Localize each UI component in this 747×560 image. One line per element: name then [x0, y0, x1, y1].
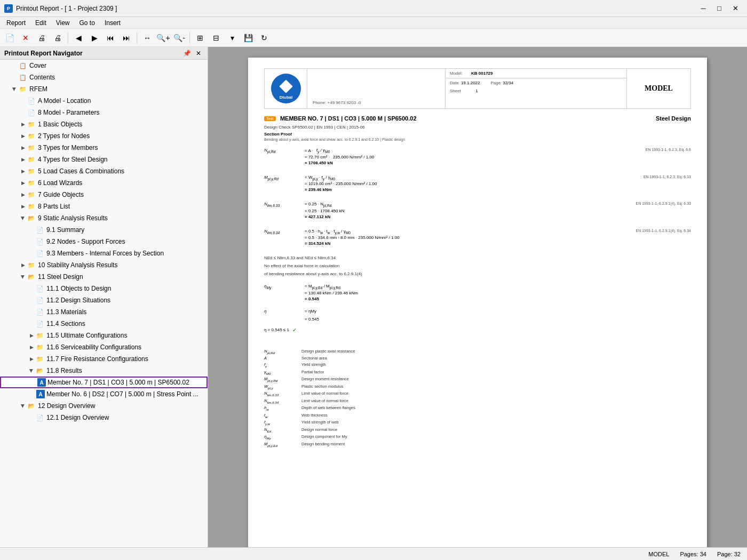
navigator-panel: Printout Report Navigator 📌 ✕ 📋 Cover 📋 … [0, 47, 208, 547]
toolbar-zoom-in[interactable]: 🔍+ [156, 31, 171, 45]
toolbar-first[interactable]: ⏮ [103, 31, 118, 45]
maximize-button[interactable]: □ [712, 3, 727, 14]
toolbar-refresh[interactable]: ↻ [257, 31, 272, 45]
navigator-header-controls: 📌 ✕ [182, 49, 203, 58]
tree-item-12-design[interactable]: ▶ 📂 12 Design Overview [0, 400, 208, 412]
toolbar-save[interactable]: 💾 [241, 31, 256, 45]
arrow [28, 238, 35, 245]
toolbar-print2[interactable]: 🖨 [50, 31, 65, 45]
tree-label-contents: Contents [29, 74, 55, 81]
navigator-close[interactable]: ✕ [194, 49, 203, 58]
tree-item-11-steel[interactable]: ▶ 📂 11 Steel Design [0, 271, 208, 283]
legend-sym: Npl,Rd [264, 349, 296, 355]
arrow: ▶ [19, 121, 27, 128]
tree-item-4-steel[interactable]: ▶ 📁 4 Types for Steel Design [0, 154, 208, 165]
tree-item-9-static[interactable]: ▶ 📂 9 Static Analysis Results [0, 212, 208, 224]
tree-item-member-6[interactable]: A Member No. 6 | DS2 | CO7 | 5.000 m | S… [0, 388, 208, 400]
tree-item-11-7[interactable]: ▶ 📁 11.7 Fire Resistance Configurations [0, 353, 208, 365]
toolbar-fit[interactable]: ⊞ [193, 31, 208, 45]
toolbar-export[interactable]: ⊟ [209, 31, 224, 45]
page-icon: 📄 [35, 249, 45, 258]
tree-item-contents[interactable]: 📋 Contents [0, 71, 208, 83]
navigator-tree[interactable]: 📋 Cover 📋 Contents ▶ 📁 RFEM [0, 60, 208, 547]
tree-label-10-stability: 10 Stability Analysis Results [38, 261, 117, 269]
menu-insert[interactable]: Insert [100, 18, 125, 28]
eta-val-2: = 0.545 [305, 317, 319, 322]
formula-row-3: = 0.545 [264, 297, 691, 301]
toolbar-move[interactable]: ↔ [140, 31, 155, 45]
folder-icon: 📁 [27, 132, 36, 140]
tree-item-member-7[interactable]: A Member No. 7 | DS1 | CO3 | 5.000 m | S… [0, 377, 208, 388]
tree-item-11-1[interactable]: 📄 11.1 Objects to Design [0, 283, 208, 294]
check-line-3: of bending resistance about y-axis acc. … [264, 271, 691, 276]
final-check-row: η = 0.545 ≤ 1 ✓ [264, 327, 691, 333]
menu-goto[interactable]: Go to [75, 18, 99, 28]
content-area[interactable]: Dlubal Phone: +49 9673 9203 -0 Model: KB… [208, 47, 747, 547]
menu-view[interactable]: View [52, 18, 74, 28]
formula-label: Mpl,y,Rd [264, 175, 301, 181]
tree-item-model-loc[interactable]: 📄 A Model - Location [0, 95, 208, 107]
close-button[interactable]: ✕ [728, 3, 743, 14]
toolbar-zoom-out[interactable]: 🔍- [172, 31, 187, 45]
legend-desc: Design normal force [301, 427, 337, 432]
legend-desc: Sectional area [301, 356, 327, 361]
tree-item-model-param[interactable]: 📄 8 Model - Parameters [0, 107, 208, 118]
navigator-pin[interactable]: 📌 [182, 49, 192, 58]
legend-row-10: fy,w Yield strength of web [264, 420, 691, 426]
tree-item-2-nodes[interactable]: ▶ 📁 2 Types for Nodes [0, 130, 208, 142]
tree-item-11-4[interactable]: 📄 11.4 Sections [0, 318, 208, 330]
legend-sym: tw [264, 413, 296, 419]
folder-icon: 📁 [27, 155, 36, 164]
tree-item-cover[interactable]: 📋 Cover [0, 60, 208, 71]
toolbar-prev[interactable]: ◀ [71, 31, 86, 45]
toolbar-new[interactable]: 📄 [2, 31, 17, 45]
tree-item-9-2[interactable]: 📄 9.2 Nodes - Support Forces [0, 236, 208, 247]
minimize-button[interactable]: ─ [696, 3, 711, 14]
folder-icon: 📂 [27, 273, 36, 281]
tree-label-11-3: 11.3 Materials [46, 308, 86, 316]
menu-report[interactable]: Report [2, 18, 30, 28]
title-bar: P Printout Report - [ 1 - Project 2309 ]… [0, 0, 747, 17]
legend-row-2: fy Yield strength [264, 362, 691, 368]
tree-item-11-2[interactable]: 📄 11.2 Design Situations [0, 294, 208, 306]
tree-item-9-3[interactable]: 📄 9.3 Members - Internal Forces by Secti… [0, 247, 208, 259]
toolbar-last[interactable]: ⏭ [119, 31, 134, 45]
tree-item-11-6[interactable]: ▶ 📁 11.6 Serviceability Configurations [0, 341, 208, 353]
test-badge: Test [264, 116, 276, 121]
menu-edit[interactable]: Edit [31, 18, 51, 28]
formula-val: = 130.48 kNm / 239.46 kNm [305, 291, 358, 295]
separator-3 [189, 33, 190, 43]
tree-item-5-load[interactable]: ▶ 📁 5 Load Cases & Combinations [0, 165, 208, 177]
legend-desc: Limit value of normal force [301, 398, 348, 403]
tree-label-9-1: 9.1 Summary [46, 226, 84, 234]
tree-item-3-members[interactable]: ▶ 📁 3 Types for Members [0, 142, 208, 154]
toolbar-dropdown[interactable]: ▾ [225, 31, 240, 45]
navigator-header: Printout Report Navigator 📌 ✕ [0, 47, 208, 60]
arrow [28, 297, 35, 304]
tree-item-11-3[interactable]: 📄 11.3 Materials [0, 306, 208, 318]
tree-item-11-5[interactable]: ▶ 📁 11.5 Ultimate Configurations [0, 330, 208, 341]
tree-item-7-guide[interactable]: ▶ 📁 7 Guide Objects [0, 189, 208, 201]
legend-desc: Depth of web between flanges [301, 405, 355, 410]
tree-item-9-1[interactable]: 📄 9.1 Summary [0, 224, 208, 236]
rfem-arrow: ▶ [11, 85, 18, 93]
formula-row-1: ηMy = Mpl,y,Ed / Mpl,y,Rd [264, 284, 691, 290]
toolbar-delete[interactable]: ✕ [18, 31, 33, 45]
tree-item-1-basic[interactable]: ▶ 📁 1 Basic Objects [0, 118, 208, 130]
arrow [19, 109, 27, 116]
tree-item-11-8[interactable]: ▶ 📂 11.8 Results [0, 365, 208, 377]
tree-item-12-1[interactable]: 📄 12.1 Design Overview [0, 412, 208, 423]
phone-text: Phone: +49 9673 9203 -0 [313, 100, 361, 105]
ref-mpl-y-rd: EN 1993-1-1, 6.2.3, Eq. 6.13 [643, 175, 691, 179]
toolbar-next[interactable]: ▶ [87, 31, 102, 45]
tree-label-model-param: 8 Model - Parameters [38, 109, 99, 116]
navigator-title: Printout Report Navigator [4, 50, 83, 57]
tree-label-11-1: 11.1 Objects to Design [46, 285, 111, 292]
tree-item-8-parts[interactable]: ▶ 📁 8 Parts List [0, 201, 208, 212]
tree-label-11-5: 11.5 Ultimate Configurations [46, 332, 127, 339]
formula-row-3: = 1708.450 kN [264, 161, 691, 165]
toolbar-print[interactable]: 🖨 [34, 31, 49, 45]
tree-item-rfem[interactable]: ▶ 📁 RFEM [0, 83, 208, 95]
tree-item-10-stability[interactable]: ▶ 📁 10 Stability Analysis Results [0, 259, 208, 271]
tree-item-6-load[interactable]: ▶ 📁 6 Load Wizards [0, 177, 208, 189]
